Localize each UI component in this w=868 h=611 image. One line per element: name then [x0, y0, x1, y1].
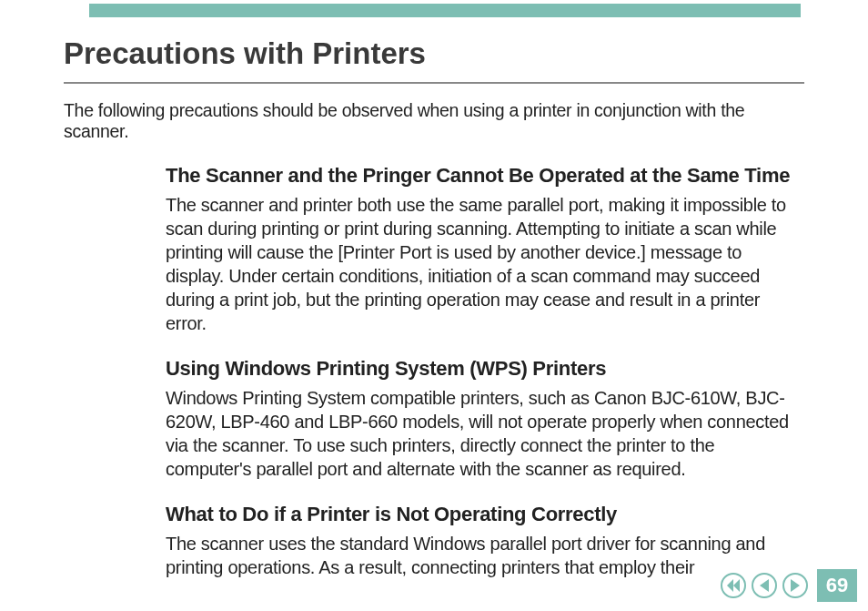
page-number: 69: [817, 569, 857, 602]
footer-nav: 69: [721, 569, 857, 602]
chevron-right-icon: [790, 579, 801, 592]
nav-prev-button[interactable]: [752, 573, 777, 598]
chevron-left-icon: [759, 579, 770, 592]
intro-text: The following precautions should be obse…: [64, 100, 804, 142]
nav-first-button[interactable]: [721, 573, 746, 598]
section-body-2: Windows Printing System compatible print…: [166, 386, 804, 481]
page-content: Precautions with Printers The following …: [64, 36, 804, 579]
section-heading-3: What to Do if a Printer is Not Operating…: [166, 499, 804, 530]
sections-container: The Scanner and the Pringer Cannot Be Op…: [166, 160, 804, 579]
section-heading-1: The Scanner and the Pringer Cannot Be Op…: [166, 160, 804, 191]
double-chevron-left-icon: [726, 579, 741, 592]
header-bar: [89, 4, 801, 17]
page-title: Precautions with Printers: [64, 36, 804, 71]
section-heading-2: Using Windows Printing System (WPS) Prin…: [166, 353, 804, 384]
title-divider: [64, 82, 804, 84]
nav-next-button[interactable]: [782, 573, 808, 598]
section-body-1: The scanner and printer both use the sam…: [166, 193, 804, 335]
section-body-3: The scanner uses the standard Windows pa…: [166, 532, 804, 579]
